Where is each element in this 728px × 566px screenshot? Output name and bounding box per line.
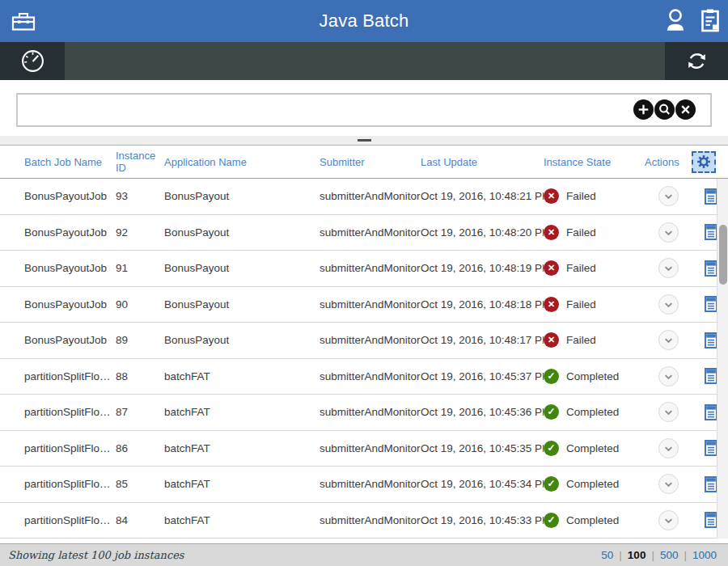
table-body: BonusPayoutJob 93 BonusPayout submitterA… (0, 179, 728, 539)
cell-instance-id: 91 (116, 262, 164, 274)
cell-instance-state: ✕ Failed (544, 260, 645, 276)
state-icon: ✕ (544, 260, 559, 276)
cell-instance-state: ✕ Failed (544, 188, 645, 204)
job-log-icon[interactable] (705, 404, 717, 420)
cell-instance-id: 84 (116, 514, 164, 526)
table-splitter (0, 136, 728, 146)
job-log-icon[interactable] (705, 440, 717, 456)
cell-actions (645, 474, 692, 494)
chevron-down-icon[interactable] (658, 402, 679, 422)
cell-instance-state: ✕ Failed (544, 332, 645, 348)
cell-actions (645, 510, 692, 530)
job-log-icon[interactable] (705, 512, 717, 528)
cell-batch-job-name: partitionSplitFlo… (24, 442, 116, 454)
cell-submitter: submitterAndMonitor (320, 370, 421, 382)
cell-submitter: submitterAndMonitor (320, 226, 421, 239)
state-label: Completed (566, 442, 619, 454)
state-icon: ✓ (544, 476, 559, 492)
job-log-icon[interactable] (705, 296, 717, 312)
cell-instance-state: ✓ Completed (544, 369, 645, 384)
gear-icon[interactable] (692, 151, 716, 173)
state-label: Failed (566, 262, 596, 274)
table-row: partitionSplitFlo… 87 batchFAT submitter… (0, 395, 728, 431)
table-row: partitionSplitFlo… 86 batchFAT submitter… (0, 431, 728, 467)
state-label: Completed (566, 514, 619, 526)
refresh-icon[interactable] (665, 42, 728, 80)
cell-last-update: Oct 19, 2016, 10:45:37 PM (421, 370, 544, 382)
job-log-icon[interactable] (705, 260, 717, 277)
chevron-down-icon[interactable] (658, 258, 679, 278)
cell-actions (645, 330, 692, 350)
user-icon[interactable] (663, 6, 688, 34)
state-icon: ✕ (544, 297, 559, 312)
state-icon: ✓ (544, 369, 559, 384)
cell-application-name: BonusPayout (164, 334, 320, 346)
cell-instance-state: ✓ Completed (544, 476, 645, 492)
state-icon: ✕ (544, 332, 559, 348)
cell-batch-job-name: BonusPayoutJob (24, 190, 116, 202)
chevron-down-icon[interactable] (658, 222, 679, 243)
job-log-icon[interactable] (705, 476, 717, 492)
job-log-icon[interactable] (705, 332, 717, 348)
cell-last-update: Oct 19, 2016, 10:48:18 PM (421, 298, 544, 310)
cell-instance-state: ✓ Completed (544, 513, 645, 528)
cell-last-update: Oct 19, 2016, 10:48:21 PM (421, 190, 544, 202)
table-resize-handle[interactable] (358, 139, 371, 142)
chevron-down-icon[interactable] (658, 510, 679, 530)
page-size-500[interactable]: 500 (660, 549, 679, 561)
cell-submitter: submitterAndMonitor (320, 190, 421, 202)
page-title: Java Batch (0, 0, 728, 42)
chevron-down-icon[interactable] (658, 294, 679, 315)
cell-application-name: batchFAT (164, 478, 320, 490)
cell-instance-id: 93 (116, 190, 164, 202)
job-log-icon[interactable] (705, 224, 717, 240)
cell-application-name: batchFAT (164, 370, 320, 382)
job-log-icon[interactable] (705, 188, 717, 205)
state-label: Failed (566, 190, 596, 202)
search-area (0, 80, 728, 136)
cell-application-name: batchFAT (164, 406, 320, 418)
state-label: Failed (566, 334, 596, 346)
chevron-down-icon[interactable] (658, 186, 679, 206)
cell-batch-job-name: BonusPayoutJob (24, 334, 116, 346)
page-size-50[interactable]: 50 (601, 549, 613, 561)
plus-icon[interactable] (633, 99, 654, 120)
cell-application-name: BonusPayout (164, 298, 320, 310)
scrollbar-thumb[interactable] (719, 225, 727, 285)
cell-actions (645, 186, 692, 206)
cell-last-update: Oct 19, 2016, 10:45:34 PM (421, 478, 544, 490)
column-last-update: Last Update (421, 156, 544, 168)
cell-application-name: BonusPayout (164, 190, 320, 202)
search-input[interactable] (24, 96, 635, 124)
column-instance-state: Instance State (544, 156, 645, 168)
chevron-down-icon[interactable] (658, 366, 679, 386)
job-log-icon[interactable] (705, 368, 717, 384)
close-icon[interactable] (675, 99, 696, 120)
column-batch-job-name: Batch Job Name (24, 156, 116, 168)
clipboard-icon[interactable] (700, 8, 720, 33)
cell-last-update: Oct 19, 2016, 10:45:36 PM (421, 406, 544, 418)
cell-application-name: batchFAT (164, 442, 320, 454)
table-row: BonusPayoutJob 92 BonusPayout submitterA… (0, 215, 728, 251)
cell-application-name: BonusPayout (164, 226, 320, 239)
cell-instance-id: 90 (116, 298, 164, 310)
chevron-down-icon[interactable] (658, 438, 679, 458)
chevron-down-icon[interactable] (658, 474, 679, 494)
cell-submitter: submitterAndMonitor (320, 514, 421, 526)
table-row: BonusPayoutJob 93 BonusPayout submitterA… (0, 179, 728, 215)
page-size-1000[interactable]: 1000 (692, 549, 717, 561)
vertical-scrollbar[interactable] (717, 179, 728, 539)
state-label: Failed (566, 226, 596, 239)
table-header: Batch Job Name Instance ID Application N… (0, 146, 728, 179)
table-row: partitionSplitFlo… 85 batchFAT submitter… (0, 467, 728, 503)
column-actions: Actions (645, 156, 692, 168)
chevron-down-icon[interactable] (658, 330, 679, 350)
cell-submitter: submitterAndMonitor (320, 478, 421, 490)
pager-separator: | (619, 549, 622, 561)
cell-submitter: submitterAndMonitor (320, 298, 421, 310)
search-icon[interactable] (654, 99, 675, 120)
dashboard-icon[interactable] (0, 42, 65, 80)
table-row: BonusPayoutJob 91 BonusPayout submitterA… (0, 251, 728, 287)
state-label: Completed (566, 406, 619, 418)
page-size-100[interactable]: 100 (628, 549, 646, 561)
